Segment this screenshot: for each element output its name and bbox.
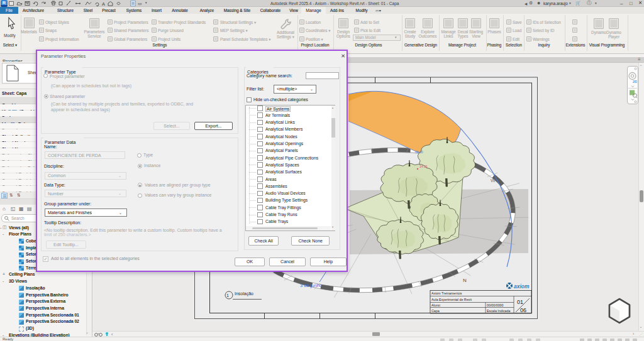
svg-text:Escala Indicada: Escala Indicada <box>487 309 510 313</box>
svg-text:14:36: 14:36 <box>419 165 428 168</box>
svg-text:N: N <box>463 278 467 283</box>
svg-text:2D: 2D <box>633 80 637 84</box>
svg-text:axiom: axiom <box>514 283 530 290</box>
svg-text:Aluno:: Aluno: <box>431 303 441 307</box>
svg-text:1: 1 <box>226 293 229 298</box>
svg-text:06: 06 <box>520 307 526 313</box>
svg-text:Capa: Capa <box>431 309 440 313</box>
svg-text:06:00: 06:00 <box>415 150 423 154</box>
svg-text:Aula Experimental de Revit: Aula Experimental de Revit <box>431 298 472 301</box>
svg-text:Axiom Treinamentos: Axiom Treinamentos <box>431 291 462 295</box>
svg-text:W: W <box>491 178 496 183</box>
svg-text:Insolação: Insolação <box>235 291 253 296</box>
svg-text:3 de junho: 3 de junho <box>300 283 322 288</box>
svg-text:00/00/0000: 00/00/0000 <box>487 303 504 307</box>
svg-text:01: 01 <box>517 299 523 305</box>
svg-text:A: A <box>102 1 105 7</box>
